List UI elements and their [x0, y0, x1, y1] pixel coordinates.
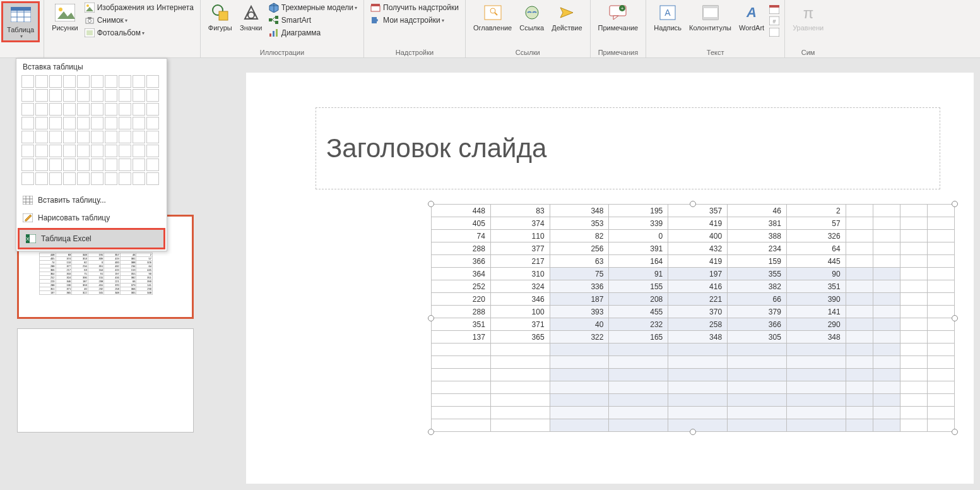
textbox-button[interactable]: A Надпись — [650, 1, 685, 33]
table-cell[interactable] — [927, 268, 954, 280]
table-cell[interactable] — [728, 344, 787, 356]
table-cell[interactable] — [900, 407, 927, 419]
table-cell[interactable] — [873, 344, 900, 356]
table-cell[interactable] — [873, 381, 900, 394]
table-cell[interactable] — [432, 407, 491, 419]
table-cell[interactable] — [786, 394, 846, 407]
table-grid-cell[interactable] — [21, 145, 34, 157]
table-grid-cell[interactable] — [63, 172, 76, 185]
table-cell[interactable] — [873, 394, 900, 407]
table-cell[interactable] — [668, 394, 728, 407]
table-cell[interactable] — [846, 419, 873, 432]
table-cell[interactable]: 159 — [728, 255, 787, 268]
table-cell[interactable]: 366 — [728, 318, 787, 331]
table-cell[interactable] — [846, 230, 873, 242]
excel-table-object[interactable]: 4488334819535746240537435333941938157741… — [431, 204, 955, 432]
table-cell[interactable] — [900, 255, 927, 268]
data-table[interactable]: 4488334819535746240537435333941938157741… — [431, 204, 955, 432]
table-cell[interactable]: 66 — [728, 293, 787, 306]
table-grid-cell[interactable] — [35, 158, 48, 171]
table-cell[interactable] — [846, 293, 873, 306]
table-cell[interactable]: 221 — [668, 293, 728, 306]
pictures-button[interactable]: Рисунки — [48, 1, 82, 33]
table-cell[interactable] — [432, 394, 491, 407]
table-grid-cell[interactable] — [35, 103, 48, 116]
table-cell[interactable] — [927, 217, 954, 230]
table-cell[interactable] — [927, 369, 954, 381]
table-cell[interactable] — [900, 356, 927, 369]
table-grid-cell[interactable] — [146, 103, 159, 116]
table-grid-cell[interactable] — [77, 89, 90, 102]
table-grid-cell[interactable] — [91, 172, 103, 185]
table-grid-cell[interactable] — [133, 103, 145, 116]
table-grid-cell[interactable] — [21, 131, 34, 143]
table-cell[interactable] — [900, 344, 927, 356]
table-cell[interactable] — [490, 407, 550, 419]
table-cell[interactable] — [846, 255, 873, 268]
table-cell[interactable] — [432, 381, 491, 394]
table-grid-cell[interactable] — [133, 145, 145, 157]
table-cell[interactable]: 366 — [432, 255, 491, 268]
table-cell[interactable]: 0 — [609, 230, 668, 242]
table-grid-cell[interactable] — [133, 89, 145, 102]
table-cell[interactable]: 382 — [728, 280, 787, 293]
table-grid-cell[interactable] — [133, 172, 145, 185]
online-pictures-button[interactable]: Изображения из Интернета — [82, 1, 196, 14]
table-cell[interactable] — [846, 242, 873, 255]
table-cell[interactable]: 391 — [609, 242, 668, 255]
table-grid-cell[interactable] — [63, 89, 76, 102]
table-cell[interactable]: 305 — [728, 331, 787, 344]
table-cell[interactable] — [900, 331, 927, 344]
table-cell[interactable] — [900, 230, 927, 242]
table-cell[interactable] — [786, 356, 846, 369]
resize-handle-se[interactable] — [952, 429, 958, 435]
table-grid-cell[interactable] — [63, 145, 76, 157]
table-cell[interactable] — [550, 381, 609, 394]
table-cell[interactable] — [609, 344, 668, 356]
table-cell[interactable] — [550, 344, 609, 356]
resize-handle-ne[interactable] — [952, 201, 958, 207]
table-cell[interactable] — [609, 394, 668, 407]
table-cell[interactable]: 252 — [432, 280, 491, 293]
table-cell[interactable] — [786, 419, 846, 432]
table-grid-cell[interactable] — [133, 158, 145, 171]
table-cell[interactable]: 141 — [786, 306, 846, 318]
table-cell[interactable]: 57 — [786, 217, 846, 230]
table-cell[interactable] — [609, 381, 668, 394]
table-cell[interactable] — [609, 407, 668, 419]
table-cell[interactable]: 64 — [786, 242, 846, 255]
table-cell[interactable] — [786, 344, 846, 356]
table-cell[interactable]: 364 — [432, 268, 491, 280]
table-grid-cell[interactable] — [119, 117, 131, 129]
table-cell[interactable]: 377 — [490, 242, 550, 255]
table-cell[interactable] — [728, 369, 787, 381]
table-cell[interactable]: 220 — [432, 293, 491, 306]
table-cell[interactable] — [668, 344, 728, 356]
table-cell[interactable]: 381 — [728, 217, 787, 230]
table-grid-cell[interactable] — [49, 131, 62, 143]
header-footer-button[interactable]: Колонтитулы — [685, 1, 735, 33]
table-cell[interactable] — [728, 381, 787, 394]
table-cell[interactable] — [927, 242, 954, 255]
table-cell[interactable]: 324 — [490, 280, 550, 293]
table-cell[interactable] — [873, 356, 900, 369]
table-grid-cell[interactable] — [105, 75, 117, 88]
table-cell[interactable] — [927, 356, 954, 369]
table-cell[interactable]: 326 — [786, 230, 846, 242]
table-cell[interactable]: 348 — [550, 205, 609, 217]
table-cell[interactable] — [900, 242, 927, 255]
table-grid-cell[interactable] — [35, 117, 48, 129]
table-grid-cell[interactable] — [49, 103, 62, 116]
table-cell[interactable] — [668, 419, 728, 432]
screenshot-button[interactable]: Снимок▾ — [82, 14, 196, 27]
table-grid-cell[interactable] — [119, 75, 131, 88]
table-cell[interactable] — [900, 419, 927, 432]
table-cell[interactable]: 197 — [668, 268, 728, 280]
table-cell[interactable] — [927, 280, 954, 293]
table-grid-cell[interactable] — [146, 158, 159, 171]
shapes-button[interactable]: Фигуры — [204, 1, 236, 33]
table-cell[interactable]: 355 — [728, 268, 787, 280]
table-grid-cell[interactable] — [91, 89, 103, 102]
table-cell[interactable]: 110 — [490, 230, 550, 242]
table-cell[interactable] — [873, 280, 900, 293]
